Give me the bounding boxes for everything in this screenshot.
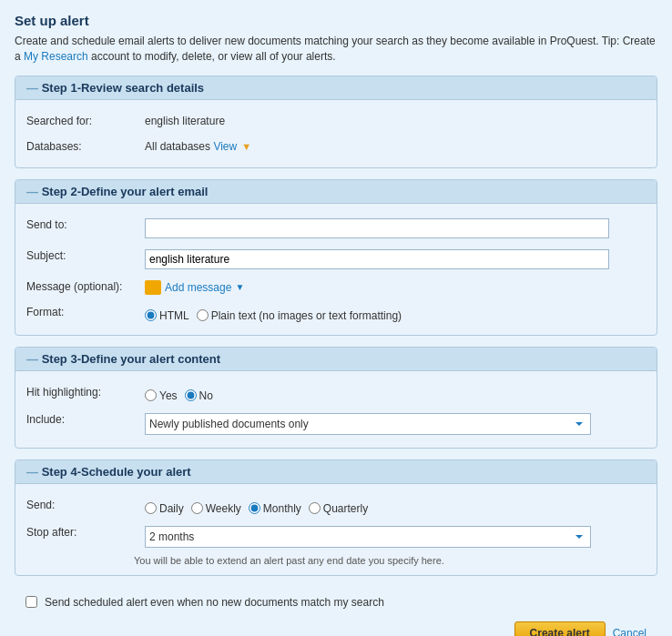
cancel-button[interactable]: Cancel (613, 627, 647, 636)
hit-no-radio[interactable] (185, 389, 197, 401)
format-label: Format: (26, 302, 145, 318)
schedule-radio-group: Daily Weekly Monthly Quarterly (145, 499, 646, 515)
step4-header: Step 4-Schedule your alert (15, 460, 657, 484)
send-schedule-value: Daily Weekly Monthly Quarterly (145, 495, 646, 515)
format-radio-group: HTML Plain text (no images or text forma… (145, 306, 646, 322)
add-message-arrow-icon: ▼ (235, 282, 244, 292)
send-schedule-label: Send: (26, 495, 145, 511)
message-value: Add message ▼ (145, 277, 646, 295)
add-message-button[interactable]: Add message ▼ (145, 280, 646, 295)
step4-section: Step 4-Schedule your alert Send: Daily W… (15, 459, 657, 576)
format-value: HTML Plain text (no images or text forma… (145, 302, 646, 322)
databases-label: Databases: (26, 136, 145, 153)
format-html-radio[interactable] (145, 309, 157, 321)
databases-text: All databases (145, 140, 210, 153)
format-html-label[interactable]: HTML (145, 309, 189, 322)
message-icon (145, 280, 161, 295)
view-arrow-icon: ▼ (239, 141, 251, 152)
weekly-label[interactable]: Weekly (191, 502, 241, 515)
daily-label[interactable]: Daily (145, 502, 184, 515)
subject-input[interactable] (145, 249, 609, 269)
extend-note: You will be able to extend an alert past… (15, 551, 657, 566)
monthly-radio[interactable] (249, 502, 260, 514)
searched-for-label: Searched for: (26, 111, 145, 127)
view-link[interactable]: View ▼ (213, 140, 251, 153)
hit-highlighting-row: Hit highlighting: Yes No (15, 379, 657, 406)
stop-after-value: 2 months 1 month 3 months 6 months 1 yea… (145, 522, 646, 548)
page-title: Set up alert (15, 13, 657, 28)
create-alert-button[interactable]: Create alert (514, 621, 606, 636)
subject-row: Subject: (15, 242, 657, 273)
monthly-text: Monthly (263, 502, 301, 515)
page-description: Create and schedule email alerts to deli… (15, 34, 657, 65)
weekly-text: Weekly (206, 502, 241, 515)
hit-no-label[interactable]: No (185, 389, 213, 402)
subject-label: Subject: (26, 246, 145, 262)
description-suffix: account to modify, delete, or view all o… (88, 50, 336, 63)
format-row: Format: HTML Plain text (no images or te… (15, 298, 657, 326)
bottom-checkbox-row: Send scheduled alert even when no new do… (15, 587, 657, 614)
no-new-docs-label: Send scheduled alert even when no new do… (45, 596, 384, 609)
no-new-docs-checkbox[interactable] (25, 596, 37, 608)
quarterly-label[interactable]: Quarterly (309, 502, 368, 515)
step1-header: Step 1-Review search details (15, 76, 657, 100)
weekly-radio[interactable] (191, 502, 203, 514)
hit-yes-radio[interactable] (145, 389, 157, 401)
step2-section: Step 2-Define your alert email Send to: … (15, 179, 657, 336)
format-html-text: HTML (159, 309, 189, 322)
message-row: Message (optional): Add message ▼ (15, 273, 657, 298)
monthly-label[interactable]: Monthly (249, 502, 301, 515)
quarterly-text: Quarterly (323, 502, 368, 515)
daily-text: Daily (159, 502, 184, 515)
add-message-label: Add message (165, 281, 231, 294)
send-to-row: Send to: (15, 211, 657, 242)
hit-no-text: No (199, 389, 213, 402)
hit-yes-label[interactable]: Yes (145, 389, 178, 402)
button-row: Create alert Cancel (15, 614, 657, 636)
daily-radio[interactable] (145, 502, 157, 514)
include-select[interactable]: Newly published documents only All docum… (145, 413, 591, 435)
my-research-link[interactable]: My Research (24, 50, 88, 63)
send-schedule-row: Send: Daily Weekly Monthly (15, 491, 657, 519)
include-label: Include: (26, 409, 145, 426)
send-to-label: Send to: (26, 215, 145, 231)
include-row: Include: Newly published documents only … (15, 406, 657, 439)
format-plain-radio[interactable] (197, 309, 209, 321)
hit-highlighting-value: Yes No (145, 382, 646, 402)
send-to-input[interactable] (145, 218, 609, 238)
searched-for-value: english literature (145, 111, 646, 127)
send-to-value (145, 215, 646, 238)
step1-section: Step 1-Review search details Searched fo… (15, 76, 657, 168)
subject-value (145, 246, 646, 269)
hit-radio-group: Yes No (145, 386, 646, 402)
searched-for-row: Searched for: english literature (15, 107, 657, 133)
step2-header: Step 2-Define your alert email (15, 180, 657, 204)
databases-row: Databases: All databases View ▼ (15, 133, 657, 158)
step3-header: Step 3-Define your alert content (15, 348, 657, 371)
stop-after-select[interactable]: 2 months 1 month 3 months 6 months 1 yea… (145, 526, 591, 548)
step3-section: Step 3-Define your alert content Hit hig… (15, 347, 657, 449)
hit-yes-text: Yes (159, 389, 178, 402)
format-plain-label[interactable]: Plain text (no images or text formatting… (197, 309, 402, 322)
message-label: Message (optional): (26, 277, 145, 293)
format-plain-text: Plain text (no images or text formatting… (211, 309, 402, 322)
databases-value: All databases View ▼ (145, 136, 646, 153)
stop-after-row: Stop after: 2 months 1 month 3 months 6 … (15, 519, 657, 551)
quarterly-radio[interactable] (309, 502, 321, 514)
hit-highlighting-label: Hit highlighting: (26, 382, 145, 399)
include-value: Newly published documents only All docum… (145, 409, 646, 435)
stop-after-label: Stop after: (26, 522, 145, 539)
